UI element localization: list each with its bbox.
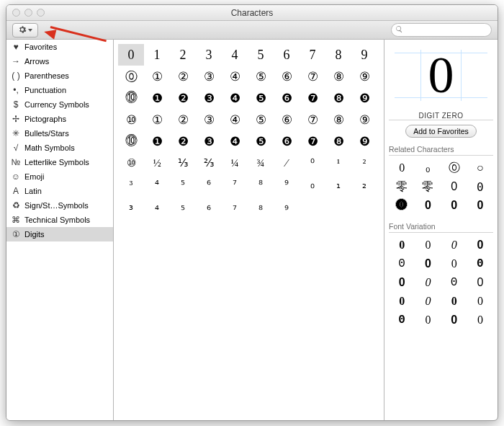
char-cell[interactable]: ¹	[325, 152, 351, 174]
char-cell[interactable]: ⓾	[118, 87, 144, 109]
char-cell[interactable]: ❹	[222, 130, 248, 152]
char-cell[interactable]: ⅓	[170, 152, 196, 174]
char-cell[interactable]: ❼	[300, 87, 325, 109]
char-cell[interactable]: 2	[170, 44, 196, 66]
sidebar-item-bullets-stars[interactable]: ✳Bullets/Stars	[6, 126, 113, 141]
char-cell[interactable]: ②	[170, 66, 196, 87]
font-variation[interactable]: 0	[389, 273, 415, 292]
char-cell[interactable]: ⁷	[222, 174, 248, 195]
font-variation[interactable]: 0	[389, 311, 415, 329]
related-char[interactable]: ⓪	[441, 159, 467, 177]
char-cell[interactable]: ¾	[248, 152, 274, 174]
char-cell[interactable]: ⑩	[118, 109, 144, 130]
char-cell[interactable]: ❾	[351, 130, 377, 152]
zoom-button[interactable]	[37, 9, 45, 17]
char-cell[interactable]: ⑤	[248, 66, 274, 87]
char-cell[interactable]: ₈	[248, 195, 274, 217]
char-cell[interactable]: ❻	[274, 87, 300, 109]
char-cell[interactable]: ⑦	[300, 109, 325, 130]
font-variation[interactable]: 0	[389, 236, 415, 254]
sidebar-item-sign-st-symbols[interactable]: ♻Sign/St…Symbols	[6, 198, 113, 213]
settings-menu-button[interactable]	[12, 23, 38, 37]
char-cell[interactable]: ³	[118, 174, 144, 195]
char-cell[interactable]: ¼	[222, 152, 248, 174]
char-cell[interactable]: ₇	[222, 195, 248, 217]
char-cell[interactable]: 4	[222, 44, 248, 66]
char-cell[interactable]: ❼	[300, 130, 325, 152]
char-cell[interactable]: ❶	[144, 87, 170, 109]
font-variation[interactable]: 0	[415, 236, 441, 254]
font-variation[interactable]: 0	[415, 292, 441, 311]
char-cell[interactable]: ④	[222, 109, 248, 130]
char-cell[interactable]: ③	[196, 109, 222, 130]
char-cell[interactable]: ⑦	[300, 66, 325, 87]
char-cell[interactable]: 8	[325, 44, 351, 66]
char-cell[interactable]: ⁸	[248, 174, 274, 195]
sidebar-item-emoji[interactable]: ☺Emoji	[6, 169, 113, 184]
char-cell[interactable]: ⑧	[325, 66, 351, 87]
font-variation[interactable]: 0	[467, 311, 493, 329]
sidebar-item-arrows[interactable]: →Arrows	[6, 54, 113, 68]
char-cell[interactable]: ⑩	[118, 152, 144, 174]
char-cell[interactable]: ⓪	[118, 66, 144, 87]
related-char[interactable]: 0	[467, 196, 493, 215]
char-cell[interactable]: ②	[170, 109, 196, 130]
font-variation[interactable]: 0	[389, 254, 415, 273]
char-cell[interactable]: ❷	[170, 87, 196, 109]
sidebar-item-latin[interactable]: ALatin	[6, 184, 113, 198]
sidebar-item-technical-symbols[interactable]: ⌘Technical Symbols	[6, 213, 113, 227]
related-char[interactable]: 0	[441, 196, 467, 215]
char-cell[interactable]: ₆	[196, 195, 222, 217]
char-cell[interactable]: ①	[144, 66, 170, 87]
char-cell[interactable]: ❺	[248, 87, 274, 109]
sidebar-item-math-symbols[interactable]: √Math Symbols	[6, 141, 113, 155]
add-to-favorites-button[interactable]: Add to Favorites	[405, 125, 476, 138]
related-char[interactable]: 0	[441, 177, 467, 196]
char-cell[interactable]: ❹	[222, 87, 248, 109]
sidebar-item-parentheses[interactable]: ( )Parentheses	[6, 68, 113, 83]
char-cell[interactable]: ❻	[274, 130, 300, 152]
font-variation[interactable]: 0	[415, 254, 441, 273]
char-cell[interactable]: 3	[196, 44, 222, 66]
font-variation[interactable]: 0	[441, 292, 467, 311]
char-cell[interactable]: ❸	[196, 87, 222, 109]
char-cell[interactable]: ❽	[325, 130, 351, 152]
font-variation[interactable]: 0	[441, 254, 467, 273]
char-cell[interactable]: ₅	[170, 195, 196, 217]
font-variation[interactable]: 0	[415, 273, 441, 292]
char-cell[interactable]: 0	[118, 44, 144, 66]
search-field[interactable]	[391, 23, 492, 37]
font-variation[interactable]: 0	[389, 292, 415, 311]
char-cell[interactable]: ⁰	[300, 152, 325, 174]
char-cell[interactable]: ₁	[325, 174, 351, 195]
char-cell[interactable]: ½	[144, 152, 170, 174]
font-variation[interactable]: 0	[441, 236, 467, 254]
char-cell[interactable]: ₂	[351, 174, 377, 195]
char-cell[interactable]: 7	[300, 44, 325, 66]
sidebar-item-digits[interactable]: ①Digits	[6, 227, 113, 241]
char-cell[interactable]: ❺	[248, 130, 274, 152]
char-cell[interactable]: ❷	[170, 130, 196, 152]
sidebar-item-favorites[interactable]: ♥Favorites	[6, 40, 113, 54]
related-char[interactable]: 0	[415, 196, 441, 215]
char-cell[interactable]: ⁴	[144, 174, 170, 195]
sidebar-item-letterlike-symbols[interactable]: №Letterlike Symbols	[6, 155, 113, 169]
related-char[interactable]: 零	[389, 177, 415, 196]
related-char[interactable]: ₀	[415, 159, 441, 177]
char-cell[interactable]: ❸	[196, 130, 222, 152]
char-cell[interactable]: ⁶	[196, 174, 222, 195]
font-variation[interactable]: 0	[441, 273, 467, 292]
related-char[interactable]: 0	[389, 159, 415, 177]
char-cell[interactable]: ⁹	[274, 174, 300, 195]
related-char[interactable]: 零	[415, 177, 441, 196]
minimize-button[interactable]	[24, 9, 32, 17]
sidebar-item-punctuation[interactable]: •,Punctuation	[6, 83, 113, 97]
sidebar-item-pictographs[interactable]: ✢Pictographs	[6, 112, 113, 126]
char-cell[interactable]: 1	[144, 44, 170, 66]
char-cell[interactable]: 6	[274, 44, 300, 66]
char-cell[interactable]: ⓾	[118, 130, 144, 152]
char-cell[interactable]: ❶	[144, 130, 170, 152]
font-variation[interactable]: 0	[467, 236, 493, 254]
close-button[interactable]	[12, 9, 20, 17]
char-cell[interactable]: ⑨	[351, 109, 377, 130]
